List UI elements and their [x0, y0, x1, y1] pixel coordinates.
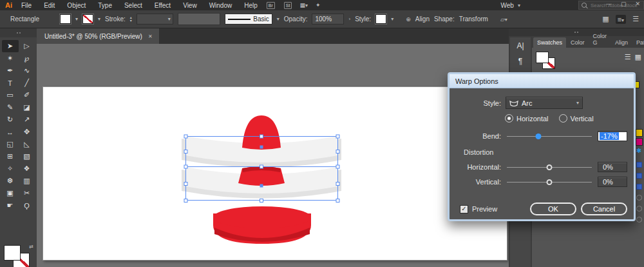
menu-file[interactable]: File	[21, 2, 32, 9]
menu-object[interactable]: Object	[67, 2, 86, 9]
cone-base[interactable]	[213, 206, 311, 244]
paintbrush-tool[interactable]: ✐	[19, 89, 35, 101]
stroke-weight-stepper[interactable]: ▴▾	[130, 16, 132, 23]
tab-align[interactable]: Align	[611, 37, 632, 48]
opacity-more-icon[interactable]: ›	[348, 16, 350, 22]
horizontal-radio[interactable]: Horizontal	[505, 114, 549, 123]
pen-tool[interactable]: ✒	[2, 64, 19, 77]
stock-icon[interactable]: St	[284, 2, 292, 9]
swap-fill-stroke-icon[interactable]: ⇄	[29, 244, 33, 250]
preview-checkbox[interactable]: ✓	[460, 205, 468, 213]
cone-mid-segment[interactable]	[238, 166, 285, 186]
opacity-field[interactable]: 100%	[312, 14, 344, 25]
eyedropper-tool[interactable]: ✧	[2, 163, 19, 175]
magic-wand-tool[interactable]: ✶	[2, 52, 19, 64]
vertical-radio[interactable]: Vertical	[559, 114, 594, 123]
fill-stroke-indicator[interactable]: ⇄	[4, 245, 32, 267]
menu-view[interactable]: View	[183, 2, 197, 9]
pencil-tool[interactable]: ✎	[2, 101, 19, 114]
vertical-slider-handle[interactable]	[547, 179, 553, 185]
bend-slider[interactable]	[507, 133, 592, 140]
artwork-canvas[interactable]	[43, 87, 507, 260]
menu-window[interactable]: Window	[209, 2, 232, 9]
document-setup-icon[interactable]: ⊕	[406, 16, 411, 23]
free-transform-tool[interactable]: ✥	[19, 126, 35, 138]
direct-selection-tool[interactable]: ▷	[19, 40, 35, 52]
scale-tool[interactable]: ↗	[19, 114, 35, 126]
minimize-button[interactable]: —	[606, 1, 612, 7]
column-graph-tool[interactable]: ▥	[19, 175, 35, 187]
selection-tool[interactable]: ➤	[2, 40, 19, 52]
touch-workspace-icon[interactable]: ✦	[316, 2, 321, 8]
menu-select[interactable]: Select	[124, 2, 142, 9]
swatches-fill-stroke-indicator[interactable]	[536, 52, 558, 71]
curvature-tool[interactable]: ∿	[19, 64, 35, 77]
horizontal-slider-handle[interactable]	[547, 164, 553, 170]
list-view-icon[interactable]: ☰	[625, 53, 631, 61]
menu-help[interactable]: Help	[244, 2, 258, 9]
swatch-edge-yellow[interactable]	[636, 129, 643, 137]
tab-pathfinder[interactable]: Pathfin	[632, 37, 644, 48]
slice-tool[interactable]: ✂	[19, 187, 35, 199]
fill-chevron-icon[interactable]: ▾	[75, 16, 78, 22]
workspace-switcher-icon[interactable]: ≡▾	[616, 15, 626, 24]
tab-color[interactable]: Color	[567, 37, 589, 48]
tab-close-icon[interactable]: ✕	[148, 34, 153, 39]
workspace-dropdown[interactable]: Web▾	[501, 2, 520, 9]
paragraph-panel-icon[interactable]: ¶	[518, 57, 522, 66]
hand-tool[interactable]: ☛	[2, 199, 19, 212]
transform-icon[interactable]: ▱▾	[500, 16, 507, 23]
dock-grip[interactable]	[509, 28, 644, 36]
graphic-style-swatch[interactable]	[375, 14, 386, 24]
cc-libraries-icon[interactable]: ✱	[636, 147, 641, 154]
artboard[interactable]	[43, 86, 507, 261]
artboard-tool[interactable]: ▣	[2, 187, 19, 199]
eraser-tool[interactable]: ◪	[19, 101, 35, 114]
horizontal-distortion-slider[interactable]	[507, 164, 592, 171]
fill-swatch[interactable]	[4, 245, 21, 261]
variable-width-profile[interactable]	[178, 13, 220, 25]
dialog-title-bar[interactable]: Warp Options	[450, 74, 634, 88]
horizontal-distortion-field[interactable]: 0%	[598, 162, 627, 172]
bend-value-field[interactable]: -17%	[598, 131, 627, 141]
zoom-tool[interactable]: Ϙ	[19, 199, 35, 212]
brush-chevron-icon[interactable]: ▾	[277, 16, 279, 22]
brush-definition[interactable]: Basic	[225, 14, 272, 25]
bend-slider-handle[interactable]	[535, 134, 541, 139]
stroke-weight-dropdown[interactable]: ▾	[137, 14, 173, 25]
ok-button[interactable]: OK	[530, 203, 576, 215]
tools-panel-grip[interactable]	[0, 28, 37, 37]
restore-button[interactable]: ▢	[621, 1, 627, 7]
vertical-distortion-slider[interactable]	[507, 179, 592, 186]
character-panel-icon[interactable]: A|	[516, 41, 524, 50]
menu-edit[interactable]: Edit	[44, 2, 55, 9]
mesh-tool[interactable]: ⊞	[2, 150, 19, 163]
stroke-chevron-icon[interactable]: ▾	[98, 16, 100, 22]
close-button[interactable]: ✕	[635, 1, 640, 7]
menu-effect[interactable]: Effect	[155, 2, 171, 9]
perspective-grid-tool[interactable]: ◺	[19, 138, 35, 150]
document-tab[interactable]: Untitled-3* @ 50% (RGB/Preview) ✕	[37, 28, 159, 44]
align-button[interactable]: Align	[415, 15, 430, 23]
style-chevron-icon[interactable]: ▾	[391, 16, 393, 22]
panel-list-icon[interactable]: ☰	[632, 15, 639, 23]
shape-builder-tool[interactable]: ◱	[2, 138, 19, 150]
rectangle-tool[interactable]: ▭	[2, 89, 19, 101]
cone-top[interactable]	[242, 115, 281, 150]
grid-view-icon[interactable]: ▦	[635, 53, 641, 61]
layout-switch-icon[interactable]: ▦▾	[299, 2, 308, 8]
gradient-tool[interactable]: ▧	[19, 150, 35, 163]
pasteboard[interactable]	[37, 44, 509, 267]
transform-button[interactable]: Transform	[459, 15, 488, 23]
lasso-tool[interactable]: ℘	[19, 52, 35, 64]
arrange-documents-icon[interactable]: ▦	[602, 15, 609, 23]
warp-style-dropdown[interactable]: Arc ▾	[506, 97, 583, 109]
rotate-tool[interactable]: ↻	[2, 114, 19, 126]
line-segment-tool[interactable]: ╱	[19, 77, 35, 89]
swatch-edge-magenta[interactable]	[636, 138, 643, 146]
swatches-fill-swatch[interactable]	[536, 52, 549, 63]
bridge-icon[interactable]: Br	[267, 2, 275, 9]
cancel-button[interactable]: Cancel	[581, 203, 627, 215]
symbol-sprayer-tool[interactable]: ❆	[2, 175, 19, 187]
menu-type[interactable]: Type	[98, 2, 112, 9]
